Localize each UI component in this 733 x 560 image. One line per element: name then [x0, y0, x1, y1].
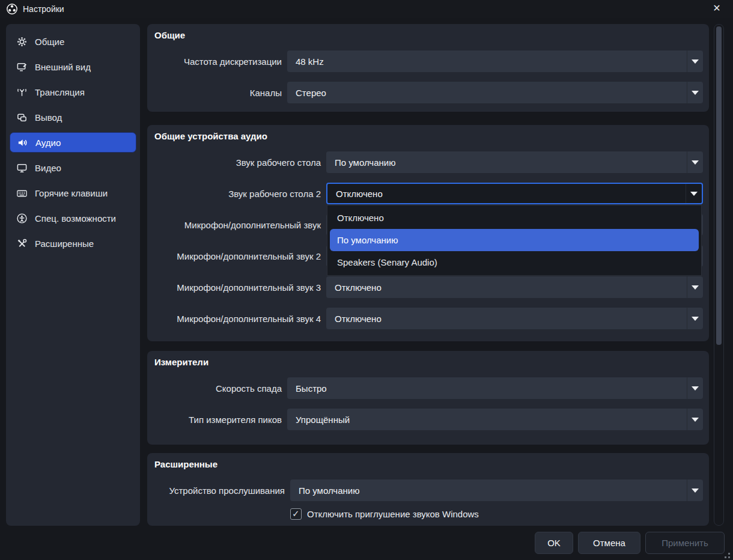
close-icon[interactable]: ✕	[709, 1, 725, 16]
scrollbar-thumb[interactable]	[716, 26, 722, 345]
field-label: Микрофон/дополнительный звук 4	[154, 314, 321, 324]
field-label: Микрофон/дополнительный звук 2	[154, 251, 321, 261]
chevron-down-icon	[687, 151, 703, 173]
combo-value: По умолчанию	[326, 157, 687, 168]
output-icon	[16, 111, 28, 123]
sidebar-item-stream[interactable]: Трансляция	[10, 82, 136, 102]
checkbox-label: Отключить приглушение звуков Windows	[307, 509, 479, 519]
sidebar-item-label: Вывод	[35, 112, 62, 123]
sidebar-item-advanced[interactable]: Расширенные	[10, 233, 136, 254]
field-label: Частота дискретизации	[154, 56, 282, 67]
field-label: Микрофон/дополнительный звук	[154, 220, 321, 230]
settings-sidebar: Общие Внешний вид Трансляция	[6, 24, 140, 526]
section-title: Измерители	[154, 357, 703, 371]
dropdown-option-default[interactable]: По умолчанию	[330, 229, 699, 251]
desktop-audio-select[interactable]: По умолчанию	[326, 151, 703, 173]
mic-aux-4-select[interactable]: Отключено	[326, 308, 703, 329]
titlebar: Настройки ✕	[0, 0, 733, 18]
section-meters: Измерители Скорость спада Быстро Тип изм…	[147, 351, 709, 445]
chevron-down-icon	[687, 308, 703, 329]
advanced-icon	[16, 237, 28, 249]
sidebar-item-label: Аудио	[35, 138, 61, 148]
chevron-down-icon	[687, 276, 703, 298]
field-label: Звук рабочего стола 2	[154, 189, 321, 199]
apply-button: Применить	[645, 532, 725, 554]
vertical-scrollbar[interactable]	[714, 24, 724, 526]
sidebar-item-label: Трансляция	[35, 87, 85, 97]
combo-value: Стерео	[287, 88, 687, 98]
field-label: Устройство прослушивания	[154, 485, 285, 496]
dropdown-option-disabled[interactable]: Отключено	[327, 207, 701, 229]
sidebar-item-label: Расширенные	[35, 239, 94, 249]
chevron-down-icon	[687, 479, 703, 501]
broadcast-icon	[16, 86, 28, 98]
monitoring-device-select[interactable]: По умолчанию	[290, 479, 703, 501]
combo-value: Отключено	[326, 314, 687, 324]
combo-value: 48 kHz	[287, 56, 687, 67]
combo-value: Быстро	[287, 383, 687, 394]
ok-button[interactable]: OK	[535, 532, 573, 554]
section-title: Общие	[154, 30, 703, 44]
chevron-down-icon	[687, 50, 703, 72]
video-icon	[16, 162, 28, 174]
sidebar-item-video[interactable]: Видео	[10, 157, 136, 178]
sidebar-item-label: Спец. возможности	[35, 213, 116, 224]
sidebar-item-hotkeys[interactable]: Горячие клавиши	[10, 183, 136, 203]
decay-rate-select[interactable]: Быстро	[287, 377, 703, 399]
sidebar-item-label: Видео	[35, 163, 61, 173]
field-label: Тип измерителя пиков	[154, 415, 282, 425]
mic-aux-3-select[interactable]: Отключено	[326, 276, 703, 298]
field-label: Каналы	[154, 88, 282, 98]
sidebar-item-general[interactable]: Общие	[10, 31, 136, 52]
sidebar-item-output[interactable]: Вывод	[10, 107, 136, 127]
gear-icon	[16, 35, 28, 47]
sidebar-item-label: Внешний вид	[35, 62, 91, 72]
resize-grip[interactable]	[728, 553, 730, 555]
peak-meter-type-select[interactable]: Упрощённый	[287, 409, 703, 430]
cancel-button[interactable]: Отмена	[578, 532, 640, 554]
disable-windows-ducking-checkbox[interactable]	[290, 508, 302, 520]
chevron-down-icon	[686, 184, 702, 203]
field-label: Звук рабочего стола	[154, 157, 321, 168]
combo-value: Отключено	[326, 282, 687, 293]
desktop-audio-2-dropdown: Отключено По умолчанию Speakers (Senary …	[327, 205, 702, 276]
sidebar-item-audio[interactable]: Аудио	[10, 132, 136, 153]
combo-value: Отключено	[327, 189, 686, 199]
hotkeys-icon	[16, 187, 28, 199]
section-general-audio: Общие Частота дискретизации 48 kHz Канал…	[147, 24, 709, 112]
section-title: Общие устройства аудио	[154, 131, 703, 145]
chevron-down-icon	[687, 82, 703, 103]
appearance-icon	[16, 61, 28, 73]
sidebar-item-label: Горячие клавиши	[35, 188, 108, 198]
sample-rate-select[interactable]: 48 kHz	[287, 50, 703, 72]
field-label: Микрофон/дополнительный звук 3	[154, 282, 321, 293]
audio-icon	[16, 136, 28, 148]
chevron-down-icon	[687, 377, 703, 399]
combo-value: По умолчанию	[290, 485, 687, 496]
sidebar-item-appearance[interactable]: Внешний вид	[10, 56, 136, 77]
section-advanced: Расширенные Устройство прослушивания По …	[147, 453, 709, 526]
sidebar-item-accessibility[interactable]: Спец. возможности	[10, 208, 136, 228]
section-title: Расширенные	[154, 459, 703, 473]
window-title: Настройки	[23, 4, 64, 14]
sidebar-item-label: Общие	[35, 37, 64, 47]
channels-select[interactable]: Стерео	[287, 82, 703, 103]
obs-logo-icon	[6, 3, 18, 15]
dropdown-option-speakers[interactable]: Speakers (Senary Audio)	[327, 251, 701, 273]
accessibility-icon	[16, 212, 28, 224]
resize-grip[interactable]	[728, 556, 730, 558]
field-label: Скорость спада	[154, 383, 282, 394]
chevron-down-icon	[687, 409, 703, 430]
combo-value: Упрощённый	[287, 415, 687, 425]
resize-grip[interactable]	[725, 556, 726, 558]
desktop-audio-2-select[interactable]: Отключено	[326, 183, 703, 204]
